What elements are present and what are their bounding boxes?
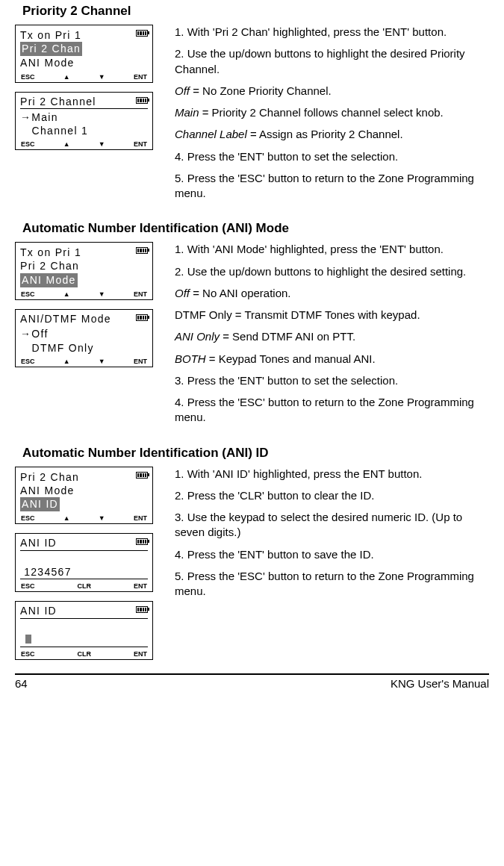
- lcd-line-blank: [20, 552, 148, 566]
- instruction-step: 5. Press the 'ESC' button to return to t…: [175, 569, 489, 599]
- battery-icon: [136, 30, 148, 37]
- instruction-option: ANI Only = Send DTMF ANI on PTT.: [175, 329, 489, 344]
- instruction-step: 3. Use the keypad to select the desired …: [175, 510, 489, 541]
- section-heading-ani-id: Automatic Number Identification (ANI) ID: [22, 446, 489, 461]
- lcd-column: Tx on Pri 1 Pri 2 Chan ANI Mode ESC ▲ ▼ …: [15, 242, 164, 367]
- lcd-softkeys: ESC ▲ ▼ ENT: [20, 290, 148, 298]
- lcd-softkeys: ESC ▲ ▼ ENT: [20, 73, 148, 81]
- instruction-option: Off = No Zone Priority Channel.: [175, 84, 489, 99]
- instruction-step: 1. With 'ANI ID' highlighted, press the …: [175, 467, 489, 482]
- instruction-option: DTMF Only = Transmit DTMF Tones with key…: [175, 308, 489, 323]
- section-heading-ani-mode: Automatic Number Identification (ANI) Mo…: [22, 221, 489, 236]
- lcd-line-title: Pri 2 Channel: [20, 96, 148, 110]
- instruction-option: Main = Priority 2 Channel follows channe…: [175, 105, 489, 120]
- battery-icon: [136, 247, 148, 254]
- softkey-esc: ESC: [21, 290, 35, 298]
- instruction-option: BOTH = Keypad Tones and manual ANI.: [175, 352, 489, 367]
- section-ani-mode: Tx on Pri 1 Pri 2 Chan ANI Mode ESC ▲ ▼ …: [15, 242, 489, 432]
- softkey-esc: ESC: [21, 650, 35, 658]
- text-column: 1. With 'ANI ID' highlighted, press the …: [164, 467, 489, 606]
- softkey-esc: ESC: [21, 140, 35, 148]
- lcd-line-title: ANI ID: [20, 605, 148, 619]
- instruction-step: 3. Press the 'ENT' button to set the sel…: [175, 373, 489, 388]
- softkey-esc: ESC: [21, 73, 35, 81]
- lcd-screen: ANI ID 1234567 ESC CLR ENT: [15, 533, 153, 592]
- lcd-column: Pri 2 Chan ANI Mode ANI ID ESC ▲ ▼ ENT A…: [15, 467, 164, 661]
- section-priority: Tx on Pri 1 Pri 2 Chan ANI Mode ESC ▲ ▼ …: [15, 25, 489, 208]
- softkey-down: ▼: [99, 73, 105, 81]
- lcd-line-highlighted: Pri 2 Chan: [20, 42, 82, 56]
- softkey-down: ▼: [99, 290, 105, 298]
- instruction-step: 4. Press the 'ENT' button to save the ID…: [175, 547, 489, 562]
- softkey-esc: ESC: [21, 582, 35, 590]
- instruction-step: 1. With 'ANI Mode' highlighted, press th…: [175, 242, 489, 257]
- softkey-clr: CLR: [78, 582, 92, 590]
- page-number: 64: [15, 677, 28, 690]
- manual-title: KNG User's Manual: [391, 677, 489, 690]
- instruction-step: 1. With 'Pri 2 Chan' highlighted, press …: [175, 25, 489, 40]
- lcd-softkeys: ESC CLR ENT: [20, 650, 148, 658]
- softkey-down: ▼: [99, 358, 105, 365]
- lcd-softkeys: ESC ▲ ▼ ENT: [20, 514, 148, 522]
- lcd-line-blank: [20, 620, 148, 634]
- softkey-ent: ENT: [134, 582, 147, 590]
- section-ani-id: Pri 2 Chan ANI Mode ANI ID ESC ▲ ▼ ENT A…: [15, 467, 489, 661]
- lcd-line: →Main: [20, 110, 148, 124]
- instruction-option: Channel Label = Assign as Priority 2 Cha…: [175, 127, 489, 142]
- lcd-softkeys: ESC CLR ENT: [20, 582, 148, 590]
- softkey-down: ▼: [99, 514, 105, 522]
- section-heading-priority: Priority 2 Channel: [22, 4, 489, 19]
- softkey-down: ▼: [99, 140, 105, 148]
- lcd-screen: ANI/DTMF Mode →Off DTMF Only ESC ▲ ▼ ENT: [15, 309, 153, 367]
- lcd-line-cursor: [20, 634, 148, 648]
- lcd-screen: Tx on Pri 1 Pri 2 Chan ANI Mode ESC ▲ ▼ …: [15, 242, 153, 300]
- lcd-line: Tx on Pri 1: [20, 28, 148, 42]
- instruction-step: 4. Press the 'ENT' button to set the sel…: [175, 149, 489, 164]
- softkey-ent: ENT: [134, 514, 147, 522]
- lcd-line-title: ANI ID: [20, 537, 148, 551]
- lcd-softkeys: ESC ▲ ▼ ENT: [20, 140, 148, 148]
- lcd-line: ANI Mode: [20, 56, 148, 69]
- text-column: 1. With 'Pri 2 Chan' highlighted, press …: [164, 25, 489, 208]
- softkey-ent: ENT: [134, 650, 147, 658]
- softkey-up: ▲: [63, 73, 70, 81]
- lcd-screen: Tx on Pri 1 Pri 2 Chan ANI Mode ESC ▲ ▼ …: [15, 25, 153, 83]
- instruction-option: Off = No ANI operation.: [175, 286, 489, 301]
- lcd-line-value: 1234567: [20, 566, 148, 580]
- softkey-up: ▲: [63, 290, 70, 298]
- softkey-ent: ENT: [134, 73, 147, 81]
- lcd-line: Channel 1: [20, 124, 148, 137]
- lcd-line: ANI Mode: [20, 484, 148, 497]
- instruction-step: 4. Press the 'ESC' button to return to t…: [175, 395, 489, 426]
- softkey-ent: ENT: [134, 140, 147, 148]
- lcd-line: →Off: [20, 327, 148, 340]
- lcd-screen: Pri 2 Channel →Main Channel 1 ESC ▲ ▼ EN…: [15, 92, 153, 151]
- page-footer: 64 KNG User's Manual: [15, 673, 489, 690]
- lcd-line: DTMF Only: [20, 341, 148, 355]
- softkey-clr: CLR: [78, 650, 92, 658]
- lcd-line-highlighted: ANI Mode: [20, 273, 78, 287]
- lcd-screen: ANI ID ESC CLR ENT: [15, 601, 153, 660]
- softkey-up: ▲: [63, 140, 70, 148]
- battery-icon: [136, 472, 148, 479]
- lcd-line-highlighted: ANI ID: [20, 497, 60, 511]
- lcd-line: Pri 2 Chan: [20, 470, 148, 484]
- lcd-line: Pri 2 Chan: [20, 259, 148, 272]
- lcd-line: Tx on Pri 1: [20, 246, 148, 259]
- softkey-ent: ENT: [134, 358, 147, 365]
- instruction-step: 2. Press the 'CLR' button to clear the I…: [175, 488, 489, 503]
- instruction-step: 2. Use the up/down buttons to highlight …: [175, 264, 489, 279]
- lcd-screen: Pri 2 Chan ANI Mode ANI ID ESC ▲ ▼ ENT: [15, 467, 153, 525]
- softkey-esc: ESC: [21, 514, 35, 522]
- text-column: 1. With 'ANI Mode' highlighted, press th…: [164, 242, 489, 432]
- lcd-softkeys: ESC ▲ ▼ ENT: [20, 358, 148, 365]
- lcd-line-title: ANI/DTMF Mode: [20, 313, 148, 326]
- instruction-step: 5. Press the 'ESC' button to return to t…: [175, 171, 489, 202]
- instruction-step: 2. Use the up/down buttons to highlight …: [175, 46, 489, 77]
- softkey-esc: ESC: [21, 358, 35, 365]
- softkey-ent: ENT: [134, 290, 147, 298]
- cursor-icon: [25, 635, 31, 644]
- softkey-up: ▲: [63, 358, 70, 365]
- lcd-column: Tx on Pri 1 Pri 2 Chan ANI Mode ESC ▲ ▼ …: [15, 25, 164, 150]
- softkey-up: ▲: [63, 514, 70, 522]
